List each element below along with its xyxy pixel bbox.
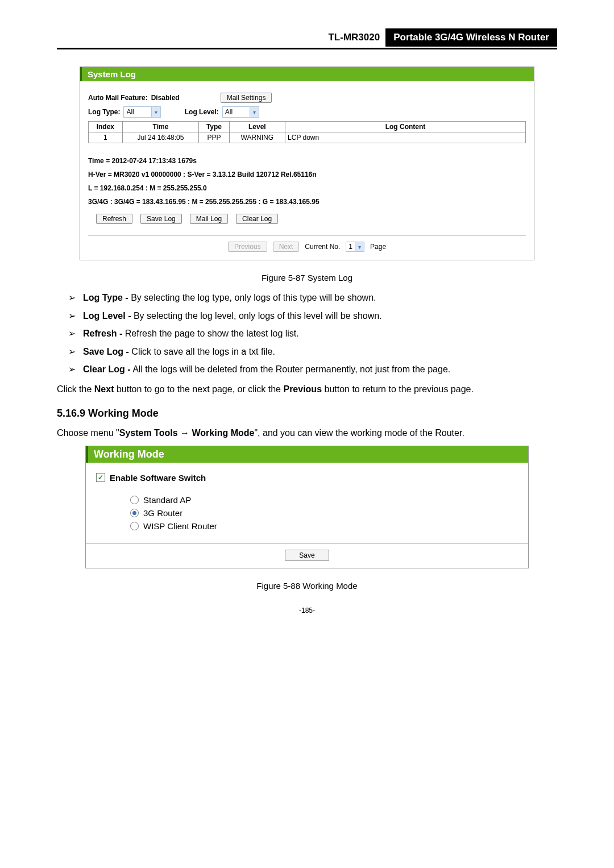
col-level: Level — [229, 122, 285, 132]
model-number: TL-MR3020 — [322, 30, 385, 45]
enable-label: Enable Software Switch — [110, 473, 206, 483]
mail-settings-button[interactable]: Mail Settings — [221, 93, 272, 103]
nav-paragraph: Click the Next button to go to the next … — [57, 383, 557, 396]
working-mode-panel: Working Mode ✓ Enable Software Switch St… — [85, 446, 529, 568]
radio-label: WISP Client Router — [143, 521, 217, 531]
enable-software-switch[interactable]: ✓ Enable Software Switch — [96, 473, 518, 483]
working-mode-title: Working Mode — [86, 446, 528, 463]
col-type: Type — [199, 122, 229, 132]
pager: Previous Next Current No. 1 ▾ Page — [88, 235, 526, 254]
col-index: Index — [89, 122, 123, 132]
log-type-select[interactable]: All ▾ — [123, 106, 160, 118]
chevron-down-icon: ▾ — [355, 242, 364, 251]
system-log-panel: System Log Auto Mail Feature: Disabled M… — [80, 67, 534, 260]
col-content: Log Content — [285, 122, 526, 132]
radio-standard-ap[interactable]: Standard AP — [130, 495, 518, 505]
radio-wisp-client[interactable]: WISP Client Router — [130, 521, 518, 531]
page-label: Page — [370, 243, 386, 251]
list-item: Save Log - Click to save all the logs in… — [68, 344, 557, 359]
log-level-select[interactable]: All ▾ — [222, 106, 259, 118]
auto-mail-label: Auto Mail Feature: — [88, 94, 148, 102]
radio-unchecked-icon — [130, 522, 139, 530]
checkbox-checked-icon: ✓ — [96, 473, 105, 482]
log-type-label: Log Type: — [88, 108, 120, 116]
radio-checked-icon — [130, 509, 139, 517]
working-mode-intro: Choose menu "System Tools → Working Mode… — [57, 426, 557, 440]
current-no-label: Current No. — [305, 243, 340, 251]
page-select[interactable]: 1 ▾ — [346, 242, 364, 252]
table-row: 1 Jul 24 16:48:05 PPP WARNING LCP down — [89, 132, 526, 143]
info-wan: 3G/4G : 3G/4G = 183.43.165.95 : M = 255.… — [88, 198, 526, 206]
log-table: Index Time Type Level Log Content 1 Jul … — [88, 121, 526, 143]
col-time: Time — [122, 122, 199, 132]
radio-unchecked-icon — [130, 496, 139, 504]
system-log-title: System Log — [80, 67, 534, 81]
info-hver: H-Ver = MR3020 v1 00000000 : S-Ver = 3.1… — [88, 171, 526, 178]
section-heading: 5.16.9 Working Mode — [57, 408, 557, 420]
radio-label: Standard AP — [143, 495, 191, 505]
clear-log-button[interactable]: Clear Log — [236, 214, 278, 224]
info-lan: L = 192.168.0.254 : M = 255.255.255.0 — [88, 184, 526, 192]
refresh-button[interactable]: Refresh — [96, 214, 132, 224]
log-level-label: Log Level: — [185, 108, 219, 116]
figure-caption-88: Figure 5-88 Working Mode — [57, 581, 557, 591]
page-value: 1 — [346, 243, 355, 251]
save-button[interactable]: Save — [285, 550, 329, 561]
radio-label: 3G Router — [143, 508, 182, 518]
log-level-value: All — [223, 108, 250, 116]
list-item: Log Type - By selecting the log type, on… — [68, 290, 557, 305]
list-item: Log Level - By selecting the log level, … — [68, 309, 557, 323]
doc-header: TL-MR3020 Portable 3G/4G Wireless N Rout… — [57, 28, 557, 49]
list-item: Refresh - Refresh the page to show the l… — [68, 326, 557, 341]
save-log-button[interactable]: Save Log — [140, 214, 182, 224]
chevron-down-icon: ▾ — [151, 107, 160, 117]
info-time: Time = 2012-07-24 17:13:43 1679s — [88, 157, 526, 165]
log-type-value: All — [124, 108, 151, 116]
next-button[interactable]: Next — [273, 242, 300, 252]
list-item: Clear Log - All the logs will be deleted… — [68, 362, 557, 377]
page-number: -185- — [57, 607, 557, 614]
radio-3g-router[interactable]: 3G Router — [130, 508, 518, 518]
mail-log-button[interactable]: Mail Log — [190, 214, 228, 224]
figure-caption-87: Figure 5-87 System Log — [57, 273, 557, 283]
chevron-down-icon: ▾ — [250, 107, 259, 117]
doc-subtitle: Portable 3G/4G Wireless N Router — [385, 28, 557, 47]
bullet-list: Log Type - By selecting the log type, on… — [57, 290, 557, 377]
previous-button[interactable]: Previous — [228, 242, 267, 252]
auto-mail-value: Disabled — [151, 94, 180, 102]
system-info: Time = 2012-07-24 17:13:43 1679s H-Ver =… — [88, 157, 526, 206]
